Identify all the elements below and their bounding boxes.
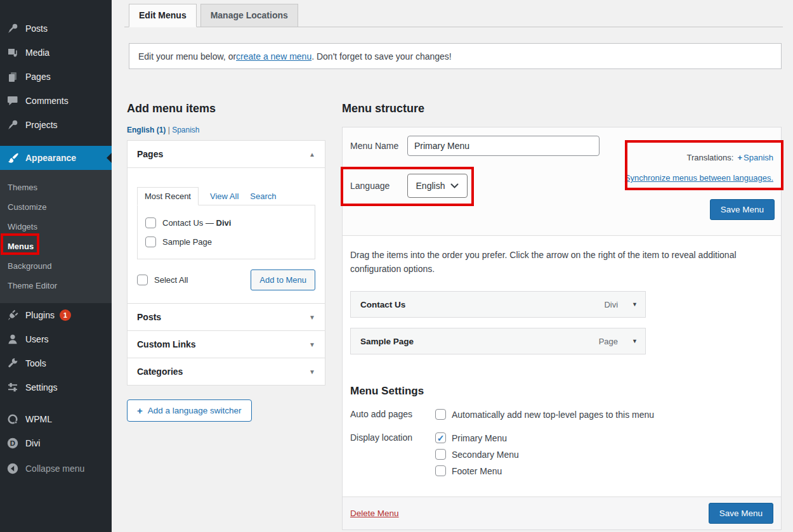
- auto-add-checkbox[interactable]: [435, 409, 446, 420]
- sidebar-item-label: Media: [25, 48, 49, 58]
- menu-card-header: Menu Name Language English Translations:…: [343, 127, 781, 236]
- menu-settings-title: Menu Settings: [350, 385, 773, 398]
- location-option-label: Primary Menu: [452, 433, 507, 443]
- appearance-submenu: Themes Customize Widgets Menus Backgroun…: [0, 170, 112, 303]
- menu-item-sample-page[interactable]: Sample Page Page ▼: [350, 328, 646, 354]
- sidebar-item-projects[interactable]: Projects: [0, 113, 112, 137]
- accordion-header-pages[interactable]: Pages ▲: [128, 141, 325, 167]
- menu-structure-title: Menu structure: [342, 101, 782, 115]
- menu-item-title: Sample Page: [360, 337, 599, 346]
- add-language-switcher-button[interactable]: + Add a language switcher: [127, 399, 252, 422]
- comments-icon: [6, 94, 19, 107]
- collapse-menu-label: Collapse menu: [25, 464, 84, 474]
- page-checkbox[interactable]: [145, 237, 156, 247]
- menu-name-label: Menu Name: [350, 141, 407, 151]
- menu-item-contact-us[interactable]: Contact Us Divi ▼: [350, 291, 646, 318]
- submenu-label: Menus: [8, 242, 34, 251]
- auto-add-pages-label: Auto add pages: [350, 408, 435, 421]
- sidebar-item-settings[interactable]: Settings: [0, 375, 112, 399]
- add-to-menu-button[interactable]: Add to Menu: [251, 269, 315, 290]
- add-menu-items-title: Add menu items: [127, 101, 325, 115]
- add-menu-items-column: Add menu items English (1) | Spanish Pag…: [127, 101, 325, 422]
- accordion-header-custom-links[interactable]: Custom Links ▼: [128, 330, 325, 358]
- save-menu-button-top[interactable]: Save Menu: [710, 199, 775, 220]
- sidebar-item-plugins[interactable]: Plugins 1: [0, 303, 112, 327]
- tab-manage-locations[interactable]: Manage Locations: [200, 4, 298, 27]
- page-label: Sample Page: [162, 237, 212, 247]
- notice-banner: Edit your menu below, or create a new me…: [129, 43, 782, 69]
- accordion-header-categories[interactable]: Categories ▼: [128, 358, 325, 385]
- add-spanish-translation-link[interactable]: Spanish: [744, 153, 773, 162]
- select-all-row: Select All Add to Menu: [137, 269, 315, 290]
- select-all-checkbox[interactable]: [137, 275, 148, 285]
- submenu-item-menus[interactable]: Menus: [0, 237, 112, 256]
- submenu-item-customize[interactable]: Customize: [0, 197, 112, 217]
- sidebar-item-users[interactable]: Users: [0, 327, 112, 351]
- submenu-item-widgets[interactable]: Widgets: [0, 217, 112, 237]
- delete-menu-link[interactable]: Delete Menu: [350, 509, 399, 518]
- tab-edit-menus[interactable]: Edit Menus: [129, 4, 197, 27]
- sidebar-item-label: Tools: [25, 358, 46, 368]
- sidebar-item-label: Plugins: [25, 310, 55, 320]
- location-option-label: Footer Menu: [452, 466, 502, 476]
- sidebar-item-label: WPML: [25, 414, 52, 424]
- chevron-down-icon[interactable]: ▼: [632, 338, 638, 344]
- accordion-header-posts[interactable]: Posts ▼: [128, 303, 325, 330]
- sidebar-item-comments[interactable]: Comments: [0, 89, 112, 113]
- chevron-down-icon[interactable]: ▼: [309, 341, 315, 348]
- primary-menu-checkbox[interactable]: [435, 432, 446, 443]
- tab-most-recent[interactable]: Most Recent: [137, 187, 199, 205]
- submenu-label: Widgets: [8, 222, 37, 231]
- sidebar-item-divi[interactable]: D Divi: [0, 431, 112, 455]
- create-new-menu-link[interactable]: create a new menu: [236, 51, 311, 62]
- select-all-wrap: Select All: [137, 275, 188, 285]
- menu-edit-card: Menu Name Language English Translations:…: [342, 127, 782, 530]
- pin-icon: [6, 22, 19, 35]
- accordion-title: Pages: [137, 149, 163, 159]
- display-location-row: Display location Primary Menu Secondary …: [350, 431, 773, 477]
- page-checkbox-row: Contact Us — Divi: [145, 216, 307, 230]
- save-menu-button-bottom[interactable]: Save Menu: [709, 503, 773, 524]
- sidebar-item-appearance[interactable]: Appearance: [0, 146, 112, 170]
- sidebar-item-label: Divi: [25, 438, 40, 448]
- page-checkbox[interactable]: [145, 217, 156, 228]
- chevron-up-icon[interactable]: ▲: [309, 151, 315, 158]
- chevron-down-icon[interactable]: ▼: [632, 301, 638, 308]
- submenu-label: Background: [8, 261, 51, 271]
- sidebar-item-label: Users: [25, 334, 49, 344]
- sidebar-item-posts[interactable]: Posts: [0, 16, 112, 41]
- page-label: Contact Us — Divi: [162, 218, 231, 228]
- language-filter-spanish[interactable]: Spanish: [172, 126, 199, 134]
- wpml-icon: [6, 413, 19, 425]
- sidebar-item-label: Pages: [25, 72, 51, 82]
- accordion-title: Categories: [137, 367, 183, 377]
- footer-menu-checkbox[interactable]: [435, 465, 446, 476]
- auto-add-option-label: Automatically add new top-level pages to…: [452, 410, 654, 420]
- sidebar-divider: [0, 399, 112, 407]
- sidebar-item-label: Settings: [25, 382, 58, 393]
- sliders-icon: [6, 381, 19, 394]
- notice-text-pre: Edit your menu below, or: [138, 51, 236, 62]
- menu-card-footer: Delete Menu Save Menu: [343, 496, 781, 529]
- pages-panel-body: Most Recent View All Search Contact Us —…: [128, 167, 325, 303]
- chevron-down-icon[interactable]: ▼: [309, 368, 315, 375]
- chevron-down-icon[interactable]: ▼: [309, 314, 315, 321]
- sidebar-item-media[interactable]: Media: [0, 41, 112, 65]
- chevron-down-icon: [450, 183, 459, 189]
- submenu-item-background[interactable]: Background: [0, 256, 112, 276]
- sidebar-item-pages[interactable]: Pages: [0, 65, 112, 89]
- submenu-item-theme-editor[interactable]: Theme Editor: [0, 276, 112, 295]
- collapse-menu-button[interactable]: Collapse menu: [0, 457, 112, 481]
- sidebar-item-wpml[interactable]: WPML: [0, 407, 112, 431]
- submenu-item-themes[interactable]: Themes: [0, 178, 112, 197]
- sidebar-item-label: Appearance: [25, 153, 76, 163]
- menu-name-input[interactable]: [407, 136, 600, 156]
- language-filter-english[interactable]: English (1): [127, 126, 166, 134]
- secondary-menu-checkbox[interactable]: [435, 449, 446, 460]
- notice-text-post: . Don't forget to save your changes!: [311, 51, 452, 62]
- sidebar-item-tools[interactable]: Tools: [0, 351, 112, 375]
- tab-view-all[interactable]: View All: [210, 188, 239, 205]
- synchronize-menus-link[interactable]: Synchronize menus between languages.: [625, 173, 773, 183]
- language-select[interactable]: English: [407, 174, 468, 198]
- tab-search[interactable]: Search: [250, 188, 276, 205]
